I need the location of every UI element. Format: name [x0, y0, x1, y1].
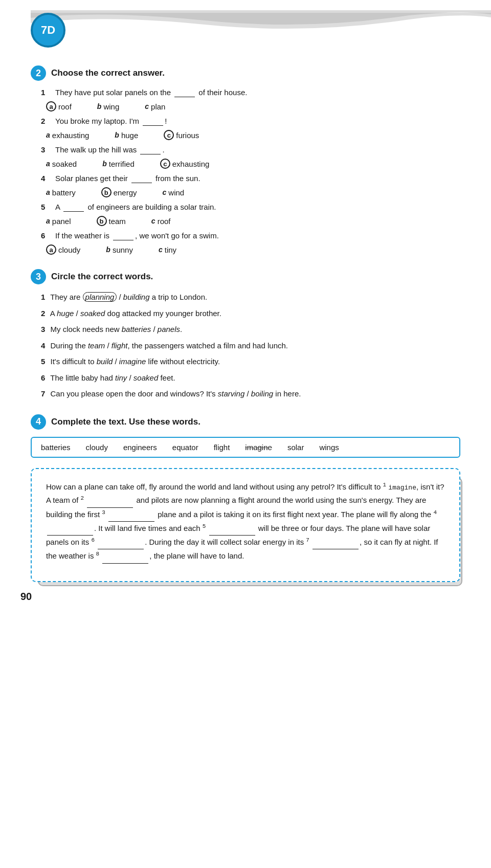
option-c[interactable]: c exhausting [160, 159, 210, 169]
circled-planning: planning [83, 292, 117, 302]
section4-header: 4 Complete the text. Use these words. [31, 414, 460, 430]
option-a[interactable]: a cloudy [46, 244, 80, 255]
ex3-item-1: 1 They are planning / building a trip to… [41, 292, 460, 303]
option-b[interactable]: b wing [97, 101, 119, 112]
section3-title: Circle the correct words. [51, 272, 153, 282]
section2-header: 2 Choose the correct answer. [31, 65, 460, 81]
option-c[interactable]: c roof [151, 216, 171, 226]
option-b[interactable]: b team [97, 216, 126, 226]
section2-title: Choose the correct answer. [51, 68, 165, 78]
option-a[interactable]: a roof [46, 101, 72, 112]
word-equator: equator [172, 443, 198, 452]
unit-badge: 7D [31, 13, 65, 48]
fill-text-box: How can a plane can take off, fly around… [31, 468, 460, 582]
option-c[interactable]: c furious [164, 130, 199, 140]
page-number: 90 [20, 591, 32, 603]
ex3-item-3: 3 My clock needs new batteries / panels. [41, 324, 460, 336]
word-flight: flight [214, 443, 230, 452]
word-imagine: imagine [245, 443, 272, 452]
section4-number: 4 [31, 414, 46, 430]
ex3-item-5: 5 It's difficult to build / imagine life… [41, 356, 460, 368]
option-a[interactable]: a soaked [46, 159, 77, 169]
text-paragraph: How can a plane can take off, fly around… [46, 480, 445, 564]
section2-content: 1 They have put solar panels on the of t… [31, 88, 460, 255]
ex3-item-4: 4 During the team / flight, the passenge… [41, 340, 460, 352]
option-c[interactable]: c tiny [159, 244, 176, 255]
section4-title: Complete the text. Use these words. [51, 417, 200, 427]
option-a[interactable]: a panel [46, 216, 71, 226]
word-engineers: engineers [123, 443, 157, 452]
section2-number: 2 [31, 65, 46, 81]
q2-5: 5 A of engineers are building a solar tr… [41, 203, 460, 226]
option-b[interactable]: b energy [101, 187, 137, 197]
option-b[interactable]: b sunny [106, 244, 133, 255]
option-c[interactable]: c wind [163, 187, 185, 197]
word-cloudy: cloudy [86, 443, 108, 452]
q2-4: 4 Solar planes get their from the sun. a… [41, 174, 460, 197]
unit-label: 7D [41, 24, 55, 37]
q2-2: 2 You broke my laptop. I'm ! a exhaustin… [41, 117, 460, 140]
section3-content: 1 They are planning / building a trip to… [31, 292, 460, 400]
option-c[interactable]: c plan [145, 101, 165, 112]
section3-number: 3 [31, 269, 46, 284]
section3-header: 3 Circle the correct words. [31, 269, 460, 284]
word-solar: solar [287, 443, 304, 452]
word-wings: wings [319, 443, 339, 452]
ex3-item-6: 6 The little baby had tiny / soaked feet… [41, 372, 460, 384]
word-batteries: batteries [41, 443, 71, 452]
option-a[interactable]: a battery [46, 187, 76, 197]
q2-3: 3 The walk up the hill was . a soaked b … [41, 145, 460, 169]
word-box: batteries cloudy engineers equator fligh… [31, 437, 460, 458]
ex3-item-2: 2 A huge / soaked dog attacked my younge… [41, 308, 460, 320]
q2-6: 6 If the weather is , we won't go for a … [41, 231, 460, 255]
header-banner: 7D [31, 10, 460, 51]
ex3-item-7: 7 Can you please open the door and windo… [41, 388, 460, 400]
q2-1: 1 They have put solar panels on the of t… [41, 88, 460, 112]
option-a[interactable]: a exhausting [46, 130, 89, 140]
option-b[interactable]: b huge [115, 130, 138, 140]
option-b[interactable]: b terrified [102, 159, 135, 169]
